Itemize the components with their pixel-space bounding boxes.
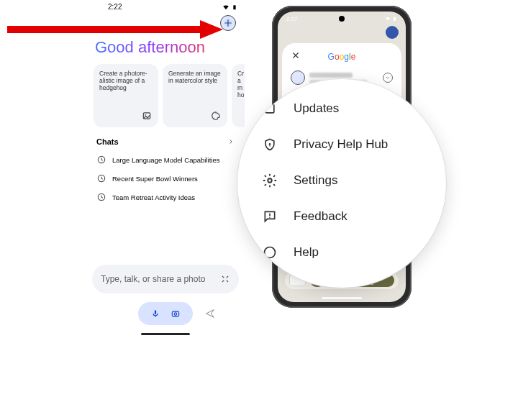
chats-label: Chats bbox=[96, 137, 119, 146]
chat-item[interactable]: Recent Super Bowl Winners bbox=[94, 169, 237, 188]
menu-item-feedback[interactable]: Feedback bbox=[262, 198, 430, 234]
card-text: Create a photore-alistic image of a hedg… bbox=[99, 70, 147, 91]
status-time: 2:17 bbox=[286, 16, 298, 22]
svg-rect-14 bbox=[265, 104, 274, 113]
suggestion-card[interactable]: Create a photore-alistic image of a hedg… bbox=[94, 64, 158, 127]
camera-icon[interactable] bbox=[171, 309, 181, 319]
account-caret[interactable] bbox=[383, 73, 393, 83]
menu-label: Settings bbox=[294, 173, 337, 188]
chat-title: Recent Super Bowl Winners bbox=[112, 175, 198, 183]
left-screenshot: 2:22 Good afternoon Create a photore-ali… bbox=[86, 0, 245, 338]
avatar-plane-icon bbox=[223, 18, 233, 28]
card-text: Generate an image in watercolor style bbox=[168, 70, 221, 84]
updates-icon bbox=[262, 101, 278, 117]
profile-avatar[interactable] bbox=[386, 26, 399, 39]
menu-label: Help bbox=[294, 245, 319, 260]
help-icon bbox=[262, 245, 278, 260]
camera-notch bbox=[339, 16, 345, 22]
svg-rect-7 bbox=[155, 310, 156, 314]
mic-icon[interactable] bbox=[150, 309, 160, 319]
prompt-input[interactable]: Type, talk, or share a photo bbox=[92, 265, 239, 293]
expand-icon[interactable] bbox=[220, 274, 230, 284]
chat-item[interactable]: Team Retreat Activity Ideas bbox=[94, 188, 237, 206]
palette-icon bbox=[210, 110, 222, 122]
svg-rect-0 bbox=[233, 5, 235, 9]
shield-icon bbox=[262, 137, 278, 152]
bottom-actions bbox=[86, 302, 245, 325]
history-icon bbox=[96, 173, 106, 183]
feedback-icon bbox=[262, 209, 278, 224]
chat-title: Team Retreat Activity Ideas bbox=[112, 193, 195, 201]
card-text: Cr a m ho bbox=[237, 70, 244, 99]
battery-icon bbox=[392, 16, 397, 22]
status-time: 2:22 bbox=[108, 3, 122, 11]
battery-icon bbox=[232, 4, 237, 11]
wifi-icon bbox=[385, 16, 391, 22]
menu-item-settings[interactable]: Settings bbox=[262, 163, 430, 198]
svg-rect-12 bbox=[394, 17, 396, 21]
annotation-arrow bbox=[7, 19, 223, 40]
history-icon bbox=[96, 155, 106, 165]
svg-point-9 bbox=[174, 313, 177, 316]
status-bar: 2:22 bbox=[86, 0, 245, 12]
svg-point-17 bbox=[268, 178, 272, 183]
chat-title: Large Language Model Capabilities bbox=[112, 156, 219, 164]
menu-label: Updates bbox=[294, 101, 339, 116]
svg-point-20 bbox=[265, 247, 276, 258]
menu-item-help[interactable]: Help bbox=[262, 234, 430, 270]
menu-label: Feedback bbox=[294, 209, 347, 224]
nav-handle[interactable] bbox=[322, 297, 362, 299]
chat-item[interactable]: Large Language Model Capabilities bbox=[94, 150, 237, 169]
menu-label: Privacy Help Hub bbox=[294, 137, 388, 152]
google-logo: Google bbox=[328, 52, 356, 62]
menu-item-privacy[interactable]: Privacy Help Hub bbox=[262, 127, 430, 163]
close-icon[interactable] bbox=[291, 50, 301, 60]
svg-rect-16 bbox=[269, 145, 270, 147]
status-icons bbox=[222, 4, 237, 11]
suggestion-card[interactable]: Generate an image in watercolor style bbox=[163, 64, 227, 127]
svg-marker-11 bbox=[200, 20, 223, 39]
account-avatar bbox=[291, 70, 305, 85]
suggestion-cards: Create a photore-alistic image of a hedg… bbox=[86, 64, 245, 127]
prompt-placeholder: Type, talk, or share a photo bbox=[101, 274, 205, 284]
chevron-down-icon bbox=[385, 75, 391, 81]
chevron-right-icon[interactable] bbox=[227, 138, 235, 145]
gear-icon bbox=[262, 173, 278, 188]
image-icon bbox=[141, 110, 153, 122]
suggestion-card[interactable]: Cr a m ho bbox=[232, 64, 245, 127]
magnifier-lens: Updates Privacy Help Hub Settings Feedba… bbox=[237, 79, 446, 288]
wifi-icon bbox=[222, 4, 230, 11]
voice-camera-pill[interactable] bbox=[138, 302, 193, 325]
nav-handle[interactable] bbox=[141, 333, 190, 335]
svg-rect-8 bbox=[172, 311, 178, 316]
send-icon[interactable] bbox=[204, 308, 216, 319]
svg-point-19 bbox=[269, 216, 271, 218]
history-icon bbox=[96, 192, 106, 202]
svg-point-3 bbox=[145, 114, 146, 116]
